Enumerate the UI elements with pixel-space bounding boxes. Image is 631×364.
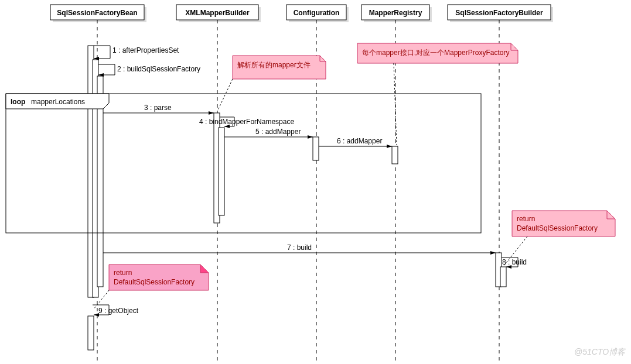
svg-text:DefaultSqlSessionFactory: DefaultSqlSessionFactory [114,278,195,286]
message-build: 7 : build [287,243,312,252]
activation-bar [88,316,94,350]
svg-text:return: return [114,269,132,277]
loop-condition: mapperLocations [31,98,85,106]
message-build-self: 8 : build [502,258,527,266]
svg-text:解析所有的mapper文件: 解析所有的mapper文件 [237,61,311,69]
svg-text:return: return [517,215,535,223]
participant-XMLMapperBuilder: XMLMapperBuilder [185,9,250,17]
message-afterPropertiesSet: 1 : afterPropertiesSet [112,46,179,54]
svg-text:DefaultSqlSessionFactory: DefaultSqlSessionFactory [517,224,598,232]
message-buildSqlSessionFactory: 2 : buildSqlSessionFactory [117,65,200,73]
note-parse-mapper-files: 解析所有的mapper文件 [233,56,326,79]
message-addMapper-registry: 6 : addMapper [337,137,382,145]
activation-bar [313,137,319,160]
message-bindMapperForNamespace: 4 : bindMapperForNamespace [199,118,294,126]
participant-SqlSessionFactoryBuilder: SqlSessionFactoryBuilder [455,9,543,17]
svg-text:每个mapper接口,对应一个MapperProxyFact: 每个mapper接口,对应一个MapperProxyFactory [362,49,509,57]
message-arrow [98,64,115,75]
participant-Configuration: Configuration [294,9,340,17]
watermark: @51CTO博客 [574,347,626,356]
note-connector [217,79,233,111]
activation-bar [219,128,224,215]
message-addMapper-config: 5 : addMapper [255,128,301,136]
note-return-left: return DefaultSqlSessionFactory [109,265,209,290]
participant-MapperRegistry: MapperRegistry [369,9,422,17]
message-getObject: 9 : getObject [98,307,139,315]
message-parse: 3 : parse [144,104,172,112]
note-return-right: return DefaultSqlSessionFactory [512,211,615,236]
note-mapper-proxy-factory: 每个mapper接口,对应一个MapperProxyFactory [357,43,518,63]
loop-frame [6,94,481,233]
loop-keyword: loop [11,98,25,106]
participant-SqlSessionFactoryBean: SqlSessionFactoryBean [57,9,137,17]
sequence-diagram: SqlSessionFactoryBean XMLMapperBuilder C… [0,0,631,364]
activation-bar [500,267,506,287]
message-arrow [94,46,110,59]
activation-bar [392,146,398,164]
